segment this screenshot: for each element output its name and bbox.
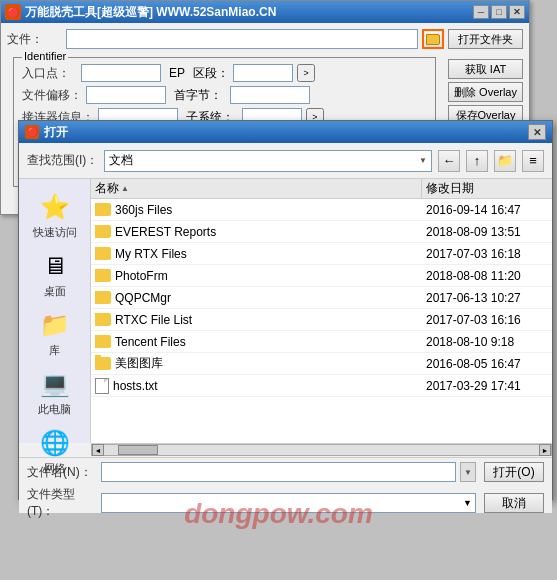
shortcut-label-2: 库 xyxy=(49,343,60,358)
column-name-label: 名称 xyxy=(95,180,119,197)
file-item-name-8: hosts.txt xyxy=(91,378,422,394)
dialog-icon: 🔴 xyxy=(25,125,39,139)
minimize-btn[interactable]: ─ xyxy=(473,5,489,19)
entry-input[interactable] xyxy=(81,64,161,82)
file-item-7[interactable]: 美图图库 2016-08-05 16:47 xyxy=(91,353,552,375)
filename-combo-arrow[interactable]: ▼ xyxy=(460,462,476,482)
folder-icon-3 xyxy=(95,269,111,282)
open-folder-button[interactable]: 打开文件夹 xyxy=(448,29,523,49)
filetype-combo[interactable]: ▼ xyxy=(101,493,476,513)
filename-label: 文件名(N)： xyxy=(27,464,97,481)
offset-input[interactable] xyxy=(86,86,166,104)
view-btn[interactable]: ≡ xyxy=(522,150,544,172)
shortcut-库[interactable]: 📁 库 xyxy=(22,305,88,362)
file-name-2: My RTX Files xyxy=(115,247,187,261)
dialog-body: ⭐ 快速访问🖥 桌面📁 库💻 此电脑🌐 网络 名称 ▲ 修改日期 360js F… xyxy=(19,179,552,443)
new-folder-btn[interactable]: 📁 xyxy=(494,150,516,172)
delete-overlay-button[interactable]: 删除 Overlay xyxy=(448,82,523,102)
scroll-left-btn[interactable]: ◄ xyxy=(92,444,104,456)
file-item-date-1: 2018-08-09 13:51 xyxy=(422,225,552,239)
section-label: 区段： xyxy=(193,65,229,82)
filetype-arrow-icon: ▼ xyxy=(463,498,472,508)
file-item-name-2: My RTX Files xyxy=(91,247,422,261)
file-name-0: 360js Files xyxy=(115,203,172,217)
shortcut-快速访问[interactable]: ⭐ 快速访问 xyxy=(22,187,88,244)
file-name-4: QQPCMgr xyxy=(115,291,171,305)
offset-label: 文件偏移： xyxy=(22,87,82,104)
close-btn[interactable]: ✕ xyxy=(509,5,525,19)
file-item-name-6: Tencent Files xyxy=(91,335,422,349)
open-dialog: 🔴 打开 ✕ 查找范围(I)： 文档 ▼ ← ↑ 📁 ≡ ⭐ 快速访问🖥 桌面📁… xyxy=(18,120,553,500)
file-name-6: Tencent Files xyxy=(115,335,186,349)
file-item-3[interactable]: PhotoFrm 2018-08-08 11:20 xyxy=(91,265,552,287)
file-item-date-2: 2017-07-03 16:18 xyxy=(422,247,552,261)
dialog-title: 打开 xyxy=(44,124,528,141)
column-name[interactable]: 名称 ▲ xyxy=(91,179,422,198)
location-combo[interactable]: 文档 ▼ xyxy=(104,150,432,172)
file-item-4[interactable]: QQPCMgr 2017-06-13 10:27 xyxy=(91,287,552,309)
file-item-5[interactable]: RTXC File List 2017-07-03 16:16 xyxy=(91,309,552,331)
location-value: 文档 xyxy=(109,152,133,169)
file-item-2[interactable]: My RTX Files 2017-07-03 16:18 xyxy=(91,243,552,265)
shortcut-桌面[interactable]: 🖥 桌面 xyxy=(22,246,88,303)
entry-label: 入口点： xyxy=(22,65,77,82)
file-name-3: PhotoFrm xyxy=(115,269,168,283)
file-list-header: 名称 ▲ 修改日期 xyxy=(91,179,552,199)
filetype-label: 文件类型(T)： xyxy=(27,486,97,520)
scroll-right-btn[interactable]: ► xyxy=(539,444,551,456)
combo-arrow-icon: ▼ xyxy=(419,156,427,165)
folder-icon-2 xyxy=(95,247,111,260)
folder-icon-5 xyxy=(95,313,111,326)
file-name-8: hosts.txt xyxy=(113,379,158,393)
get-iat-button[interactable]: 获取 IAT xyxy=(448,59,523,79)
file-item-name-1: EVEREST Reports xyxy=(91,225,422,239)
shortcut-icon-4: 🌐 xyxy=(39,427,71,459)
file-label: 文件： xyxy=(7,31,62,48)
section-input[interactable] xyxy=(233,64,293,82)
horizontal-scrollbar[interactable]: ◄ ► xyxy=(91,444,552,456)
shortcut-此电脑[interactable]: 💻 此电脑 xyxy=(22,364,88,421)
scroll-thumb[interactable] xyxy=(118,445,158,455)
file-item-name-5: RTXC File List xyxy=(91,313,422,327)
file-list-container: 名称 ▲ 修改日期 360js Files 2016-09-14 16:47 E… xyxy=(91,179,552,443)
filename-input[interactable] xyxy=(101,462,456,482)
back-btn[interactable]: ← xyxy=(438,150,460,172)
file-item-date-8: 2017-03-29 17:41 xyxy=(422,379,552,393)
file-item-date-5: 2017-07-03 16:16 xyxy=(422,313,552,327)
file-list: 360js Files 2016-09-14 16:47 EVEREST Rep… xyxy=(91,199,552,443)
offset-row: 文件偏移： 首字节： xyxy=(22,86,427,104)
open-button[interactable]: 打开(O) xyxy=(484,462,544,482)
location-label: 查找范围(I)： xyxy=(27,152,98,169)
file-item-date-4: 2017-06-13 10:27 xyxy=(422,291,552,305)
file-item-1[interactable]: EVEREST Reports 2018-08-09 13:51 xyxy=(91,221,552,243)
column-date[interactable]: 修改日期 xyxy=(422,179,552,198)
file-item-name-3: PhotoFrm xyxy=(91,269,422,283)
file-item-0[interactable]: 360js Files 2016-09-14 16:47 xyxy=(91,199,552,221)
dialog-bottom: 文件名(N)： ▼ 打开(O) 文件类型(T)： ▼ 取消 xyxy=(19,457,552,513)
file-name-1: EVEREST Reports xyxy=(115,225,216,239)
folder-icon-1 xyxy=(95,225,111,238)
first-byte-label: 首字节： xyxy=(170,87,226,104)
section-browse-btn[interactable]: > xyxy=(297,64,315,82)
shortcut-label-1: 桌面 xyxy=(44,284,66,299)
cancel-button[interactable]: 取消 xyxy=(484,493,544,513)
folder-icon-0 xyxy=(95,203,111,216)
maximize-btn[interactable]: □ xyxy=(491,5,507,19)
folder-icon-7 xyxy=(95,357,111,370)
first-byte-input[interactable] xyxy=(230,86,310,104)
dialog-close-button[interactable]: ✕ xyxy=(528,124,546,140)
dialog-titlebar: 🔴 打开 ✕ xyxy=(19,121,552,143)
open-folder-icon-btn[interactable] xyxy=(422,29,444,49)
scrollbar-area: ◄ ► xyxy=(91,443,552,457)
shortcut-icon-2: 📁 xyxy=(39,309,71,341)
sort-arrow-icon: ▲ xyxy=(121,184,129,193)
file-input[interactable] xyxy=(66,29,418,49)
bg-title-buttons: ─ □ ✕ xyxy=(473,5,525,19)
shortcut-icon-0: ⭐ xyxy=(39,191,71,223)
bg-window-icon: 🔴 xyxy=(5,4,21,20)
file-item-6[interactable]: Tencent Files 2018-08-10 9:18 xyxy=(91,331,552,353)
dialog-toolbar: 查找范围(I)： 文档 ▼ ← ↑ 📁 ≡ xyxy=(19,143,552,179)
up-btn[interactable]: ↑ xyxy=(466,150,488,172)
file-item-name-7: 美图图库 xyxy=(91,355,422,372)
file-item-8[interactable]: hosts.txt 2017-03-29 17:41 xyxy=(91,375,552,397)
